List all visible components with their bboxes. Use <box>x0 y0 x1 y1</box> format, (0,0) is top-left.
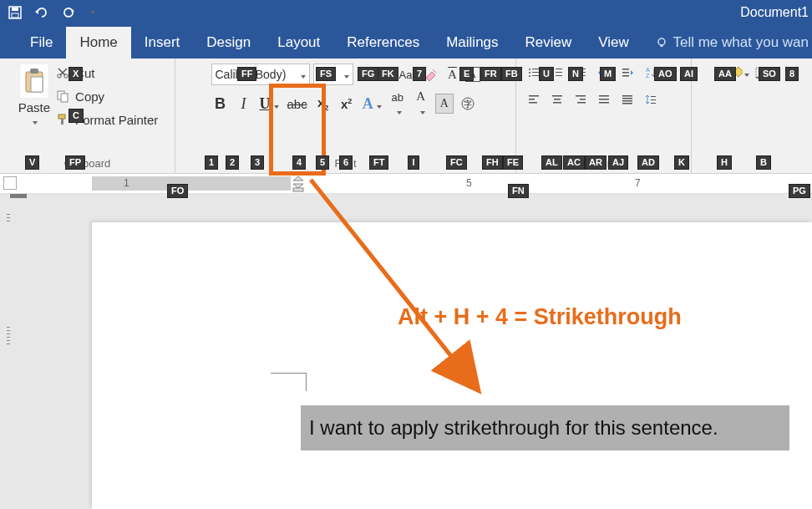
svg-rect-34 <box>622 75 629 77</box>
horizontal-ruler[interactable]: 1 5 7 FO FN PG <box>0 174 812 194</box>
svg-rect-58 <box>293 188 303 191</box>
format-painter-label: Format Painter <box>75 113 158 127</box>
svg-rect-51 <box>622 100 632 102</box>
tab-layout[interactable]: Layout <box>264 27 333 59</box>
ruler-tick-7: 7 <box>635 177 641 189</box>
svg-rect-13 <box>58 115 65 119</box>
annotation-text: Alt + H + 4 = Strikethrough <box>398 304 682 330</box>
keytip-fh: FH <box>482 155 503 170</box>
distribute-button[interactable] <box>618 90 637 109</box>
svg-rect-48 <box>599 102 609 104</box>
document-page[interactable] <box>92 222 812 509</box>
font-color-button[interactable]: A <box>412 94 430 114</box>
align-center-button[interactable] <box>548 90 566 109</box>
paste-split-button[interactable]: Paste <box>15 62 53 155</box>
keytip-ao: AO <box>654 67 677 81</box>
keytip-font-name: FF <box>237 67 256 81</box>
svg-rect-18 <box>532 69 539 69</box>
tab-mailings[interactable]: Mailings <box>433 27 511 59</box>
vertical-ruler[interactable] <box>0 194 17 509</box>
save-icon[interactable] <box>7 4 23 21</box>
tab-review[interactable]: Review <box>512 27 586 59</box>
svg-rect-23 <box>556 69 562 69</box>
keytip-3: 3 <box>251 155 264 170</box>
font-name-combo[interactable]: Calibri (Body) <box>211 64 310 85</box>
qat-customize-icon[interactable] <box>87 4 97 21</box>
ruler-corner <box>3 176 17 190</box>
svg-rect-32 <box>622 69 629 70</box>
bold-button[interactable]: B <box>211 94 230 114</box>
char-shading-button[interactable]: A <box>435 94 454 114</box>
keytip-char-border: FB <box>501 67 522 81</box>
keytip-4: 4 <box>292 155 306 170</box>
tab-references[interactable]: References <box>333 27 433 59</box>
keytip-fn: FN <box>508 184 529 198</box>
keytip-paste: V <box>25 155 39 170</box>
ribbon-tabs: File Home Insert Design Layout Reference… <box>0 25 812 59</box>
tab-home[interactable]: Home <box>66 27 130 59</box>
cursor-caret <box>306 373 307 391</box>
svg-rect-53 <box>651 96 656 97</box>
svg-rect-2 <box>12 13 18 18</box>
svg-rect-45 <box>577 102 586 104</box>
styles-group-label <box>750 155 754 173</box>
undo-icon[interactable] <box>33 4 50 21</box>
copy-button[interactable]: Copy <box>55 89 158 104</box>
superscript-button[interactable]: x2 <box>337 94 356 114</box>
keytip-aa: AA <box>714 67 736 81</box>
keytip-aj: AJ <box>608 155 628 170</box>
svg-rect-38 <box>529 99 535 100</box>
svg-rect-39 <box>529 102 537 104</box>
keytip-font-size: FS <box>316 67 336 81</box>
svg-rect-46 <box>599 95 609 97</box>
tell-me-placeholder: Tell me what you wan <box>672 34 809 51</box>
svg-rect-54 <box>651 99 656 100</box>
svg-point-21 <box>529 75 530 77</box>
line-spacing-button[interactable] <box>642 90 660 109</box>
title-bar: Document1 <box>0 0 812 25</box>
italic-button[interactable]: I <box>235 94 253 114</box>
svg-point-19 <box>529 72 530 74</box>
indent-marker[interactable] <box>292 176 304 192</box>
svg-rect-52 <box>622 103 632 104</box>
keytip-u: U <box>539 67 554 81</box>
keytip-ft: FT <box>369 155 388 170</box>
tab-view[interactable]: View <box>585 27 642 59</box>
paste-label: Paste <box>18 100 50 115</box>
document-title: Document1 <box>740 5 812 20</box>
svg-rect-14 <box>61 119 63 125</box>
tell-me-search[interactable]: Tell me what you wan <box>649 27 812 59</box>
justify-button[interactable] <box>595 90 613 109</box>
keytip-8: 8 <box>785 67 799 81</box>
quick-access-toolbar <box>7 4 97 21</box>
align-left-button[interactable] <box>525 90 543 109</box>
svg-rect-37 <box>529 95 539 97</box>
tab-insert[interactable]: Insert <box>131 27 194 59</box>
align-right-button[interactable] <box>571 90 590 109</box>
ruler-tick-1: 1 <box>124 177 129 189</box>
keytip-ad: AD <box>637 155 659 170</box>
copy-label: Copy <box>75 89 104 104</box>
enclose-char-button[interactable]: 字 <box>459 94 477 114</box>
keytip-so: SO <box>759 67 780 81</box>
keytip-fc: FC <box>446 155 467 170</box>
highlight-button[interactable]: ab <box>388 94 407 114</box>
keytip-format-painter: FP <box>65 155 85 170</box>
ruler-tick-5: 5 <box>466 177 472 189</box>
svg-text:字: 字 <box>464 99 472 109</box>
increase-indent-button[interactable] <box>618 64 637 82</box>
svg-point-17 <box>529 69 530 70</box>
keytip-n: N <box>568 67 583 81</box>
lightbulb-icon <box>656 37 667 48</box>
keytip-cut: X <box>69 67 83 81</box>
selected-sentence[interactable]: I want to apply strikethrough for this s… <box>301 405 789 450</box>
text-effects-button[interactable]: A <box>361 94 383 114</box>
keytip-fe: FE <box>503 155 523 170</box>
redo-icon[interactable] <box>60 4 77 21</box>
keytip-b: B <box>756 155 771 170</box>
tab-file[interactable]: File <box>17 27 66 59</box>
svg-rect-41 <box>554 99 561 100</box>
svg-rect-7 <box>30 69 38 74</box>
tab-design[interactable]: Design <box>193 27 264 59</box>
svg-rect-44 <box>580 99 586 100</box>
